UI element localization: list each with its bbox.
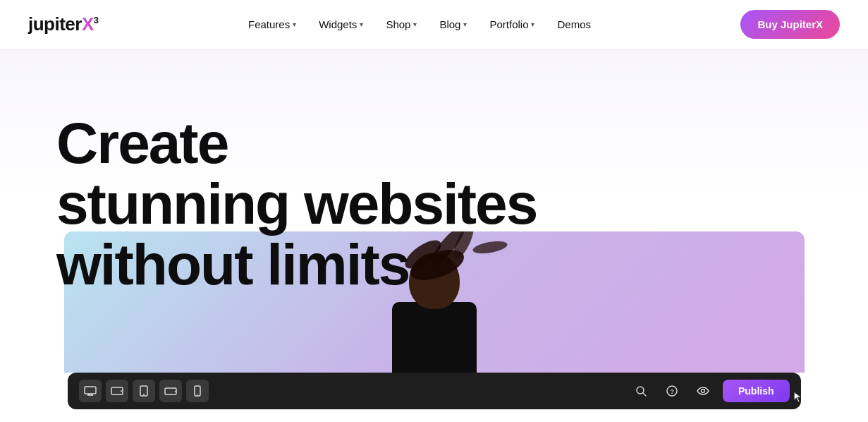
toolbar-right-icons: ? Publish [630, 380, 790, 402]
monitor-icon[interactable] [79, 380, 102, 402]
svg-point-16 [701, 390, 704, 393]
hero-headline: Create stunning websites without limits [56, 113, 537, 295]
svg-text:?: ? [670, 388, 674, 395]
nav-blog[interactable]: Blog ▾ [431, 13, 475, 36]
logo-x: X [82, 13, 94, 35]
svg-rect-8 [165, 388, 176, 394]
chevron-down-icon: ▾ [360, 20, 363, 28]
logo-superscript: 3 [94, 15, 99, 25]
mouse-cursor [792, 391, 805, 406]
editor-toolbar: ? Publish [68, 373, 801, 409]
hero-section: Create stunning websites without limits [0, 49, 868, 422]
person-body [392, 302, 477, 373]
nav-portfolio[interactable]: Portfolio ▾ [481, 13, 543, 36]
mobile-landscape-icon[interactable] [159, 380, 182, 402]
search-icon[interactable] [630, 380, 652, 402]
svg-line-13 [643, 393, 646, 396]
chevron-down-icon: ▾ [413, 20, 417, 28]
logo-word: jupiter [28, 13, 82, 35]
nav-links: Features ▾ Widgets ▾ Shop ▾ Blog ▾ Portf… [240, 13, 599, 36]
svg-point-7 [143, 394, 145, 395]
chevron-down-icon: ▾ [293, 20, 296, 28]
tablet-portrait-icon[interactable] [133, 380, 155, 402]
chevron-down-icon: ▾ [531, 20, 534, 28]
preview-icon[interactable] [692, 380, 714, 402]
logo[interactable]: jupiterX3 [28, 13, 99, 35]
chevron-down-icon: ▾ [463, 20, 467, 28]
nav-widgets[interactable]: Widgets ▾ [310, 13, 372, 36]
logo-text: jupiterX3 [28, 13, 99, 35]
tablet-landscape-icon[interactable] [106, 380, 128, 402]
toolbar-device-icons [79, 380, 209, 402]
navbar: jupiterX3 Features ▾ Widgets ▾ Shop ▾ Bl… [0, 0, 868, 49]
help-icon[interactable]: ? [661, 380, 683, 402]
svg-rect-0 [85, 387, 96, 394]
svg-point-5 [121, 390, 122, 392]
buy-jupiterx-button[interactable]: Buy JupiterX [740, 10, 840, 39]
mobile-portrait-icon[interactable] [186, 380, 209, 402]
nav-features[interactable]: Features ▾ [240, 13, 305, 36]
hero-text: Create stunning websites without limits [56, 113, 537, 295]
svg-point-11 [197, 394, 198, 395]
svg-point-9 [174, 390, 176, 392]
nav-shop[interactable]: Shop ▾ [377, 13, 425, 36]
nav-demos[interactable]: Demos [549, 13, 599, 36]
publish-button[interactable]: Publish [723, 380, 790, 402]
